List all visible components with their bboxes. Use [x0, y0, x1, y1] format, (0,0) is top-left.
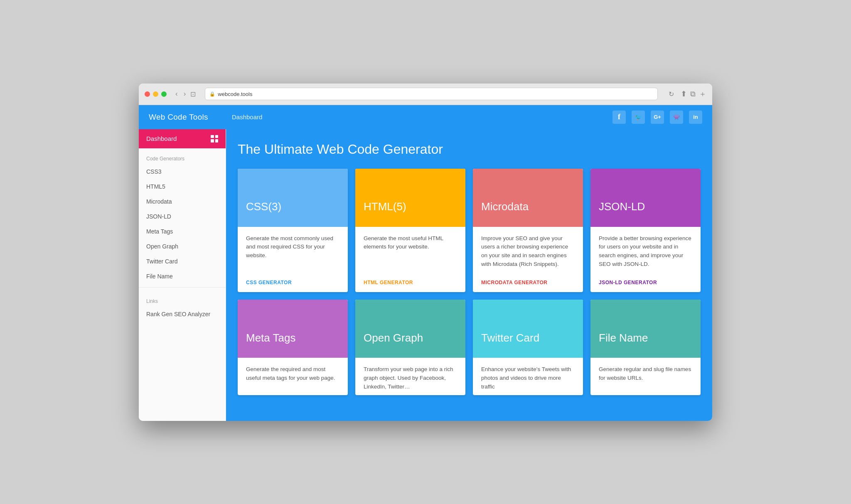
- card-filename[interactable]: File Name Generate regular and slug file…: [590, 300, 701, 395]
- card-opengraph-body: Transform your web page into a rich grap…: [355, 358, 465, 395]
- browser-actions: ⬆ ⧉ ＋: [681, 89, 706, 99]
- sidebar-section-title-links: Links: [139, 291, 226, 307]
- share-button[interactable]: ⬆: [681, 89, 687, 99]
- sidebar-item-metatags[interactable]: Meta Tags: [139, 224, 226, 239]
- cards-row2: Meta Tags Generate the required and most…: [238, 300, 701, 395]
- card-filename-title: File Name: [599, 332, 648, 344]
- reload-button[interactable]: ↻: [669, 90, 674, 98]
- sidebar-item-html5[interactable]: HTML5: [139, 179, 226, 194]
- card-metatags-header: Meta Tags: [238, 300, 348, 358]
- card-twittercard-title: Twitter Card: [481, 332, 539, 344]
- maximize-button[interactable]: [161, 91, 167, 97]
- sidebar-dashboard-item[interactable]: Dashboard: [139, 129, 226, 148]
- card-opengraph-title: Open Graph: [364, 332, 423, 344]
- card-jsonld-header: JSON-LD: [590, 169, 701, 227]
- sidebar-item-opengraph[interactable]: Open Graph: [139, 239, 226, 254]
- card-filename-header: File Name: [590, 300, 701, 358]
- sidebar: Dashboard Code Generators CSS3 HTML5 Mic…: [139, 129, 226, 421]
- card-twittercard[interactable]: Twitter Card Enhance your website's Twee…: [473, 300, 583, 395]
- traffic-lights: [145, 91, 167, 97]
- twitter-icon[interactable]: 🐦: [632, 111, 645, 124]
- sidebar-section-title-generators: Code Generators: [139, 148, 226, 164]
- card-html-header: HTML(5): [355, 169, 465, 227]
- card-css-header: CSS(3): [238, 169, 348, 227]
- reader-button[interactable]: ⊡: [190, 89, 196, 99]
- content-title: The Ultimate Web Code Generator: [238, 142, 701, 157]
- google-plus-icon[interactable]: G+: [651, 111, 664, 124]
- card-jsonld[interactable]: JSON-LD Provide a better browsing experi…: [590, 169, 701, 293]
- card-jsonld-link[interactable]: JSON-LD GENERATOR: [590, 275, 701, 292]
- card-metatags-title: Meta Tags: [246, 332, 295, 344]
- card-filename-body: Generate regular and slug file names for…: [590, 358, 701, 387]
- card-microdata-body: Improve your SEO and give your users a r…: [473, 227, 583, 275]
- sidebar-item-jsonld[interactable]: JSON-LD: [139, 209, 226, 224]
- card-microdata-link[interactable]: MICRODATA GENERATOR: [473, 275, 583, 292]
- card-twittercard-header: Twitter Card: [473, 300, 583, 358]
- close-button[interactable]: [145, 91, 150, 97]
- dashboard-grid-icon: [211, 135, 218, 143]
- sidebar-dashboard-label: Dashboard: [146, 135, 177, 142]
- card-css-link[interactable]: CSS GENERATOR: [238, 275, 348, 292]
- forward-button[interactable]: ›: [182, 89, 188, 99]
- reddit-icon[interactable]: 👾: [670, 111, 683, 124]
- linkedin-icon[interactable]: in: [689, 111, 702, 124]
- card-opengraph[interactable]: Open Graph Transform your web page into …: [355, 300, 465, 395]
- content-area: The Ultimate Web Code Generator CSS(3) G…: [226, 129, 712, 421]
- card-microdata-header: Microdata: [473, 169, 583, 227]
- app-title: Web Code Tools: [149, 113, 232, 122]
- top-nav: Web Code Tools Dashboard f 🐦 G+ 👾 in: [139, 105, 712, 129]
- cards-row1: CSS(3) Generate the most commonly used a…: [238, 169, 701, 293]
- nav-dashboard-link[interactable]: Dashboard: [232, 113, 612, 120]
- card-css-body: Generate the most commonly used and most…: [238, 227, 348, 275]
- sidebar-item-css3[interactable]: CSS3: [139, 164, 226, 179]
- sidebar-divider: [139, 287, 226, 288]
- browser-titlebar: ‹ › ⊡ 🔒 webcode.tools ↻ ⬆ ⧉ ＋: [139, 84, 712, 105]
- main-layout: Dashboard Code Generators CSS3 HTML5 Mic…: [139, 129, 712, 421]
- social-icons: f 🐦 G+ 👾 in: [612, 111, 702, 124]
- card-jsonld-title: JSON-LD: [599, 200, 645, 213]
- card-metatags-body: Generate the required and most useful me…: [238, 358, 348, 387]
- sidebar-item-filename[interactable]: File Name: [139, 269, 226, 284]
- sidebar-item-rankgen[interactable]: Rank Gen SEO Analyzer: [139, 307, 226, 322]
- card-html-body: Generate the most useful HTML elements f…: [355, 227, 465, 275]
- card-html[interactable]: HTML(5) Generate the most useful HTML el…: [355, 169, 465, 293]
- sidebar-item-twittercard[interactable]: Twitter Card: [139, 254, 226, 269]
- sidebar-item-microdata[interactable]: Microdata: [139, 194, 226, 209]
- card-microdata[interactable]: Microdata Improve your SEO and give your…: [473, 169, 583, 293]
- new-tab-button[interactable]: ＋: [699, 89, 706, 99]
- card-css[interactable]: CSS(3) Generate the most commonly used a…: [238, 169, 348, 293]
- app-container: Web Code Tools Dashboard f 🐦 G+ 👾 in Das…: [139, 105, 712, 421]
- back-button[interactable]: ‹: [173, 89, 180, 99]
- card-twittercard-body: Enhance your website's Tweets with photo…: [473, 358, 583, 395]
- card-jsonld-body: Provide a better browsing experience for…: [590, 227, 701, 275]
- url-text: webcode.tools: [218, 91, 252, 97]
- card-microdata-title: Microdata: [481, 200, 529, 213]
- tab-button[interactable]: ⧉: [690, 89, 696, 99]
- card-html-link[interactable]: HTML GENERATOR: [355, 275, 465, 292]
- card-css-title: CSS(3): [246, 200, 281, 213]
- address-bar[interactable]: 🔒 webcode.tools: [205, 88, 658, 100]
- lock-icon: 🔒: [209, 91, 215, 97]
- card-opengraph-header: Open Graph: [355, 300, 465, 358]
- facebook-icon[interactable]: f: [612, 111, 626, 124]
- minimize-button[interactable]: [153, 91, 158, 97]
- card-html-title: HTML(5): [364, 200, 406, 213]
- browser-window: ‹ › ⊡ 🔒 webcode.tools ↻ ⬆ ⧉ ＋ Web Code T…: [139, 84, 712, 421]
- nav-buttons: ‹ › ⊡: [173, 89, 196, 99]
- card-metatags[interactable]: Meta Tags Generate the required and most…: [238, 300, 348, 395]
